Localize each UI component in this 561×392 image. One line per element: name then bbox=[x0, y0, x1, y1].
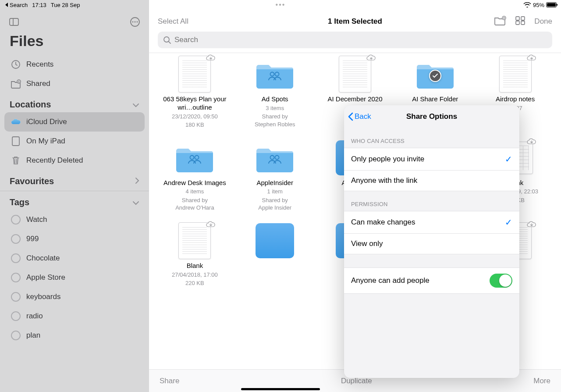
file-meta: Shared byAndrew O'Hara bbox=[175, 196, 214, 212]
search-bar[interactable] bbox=[158, 32, 552, 48]
file-name: Andrew Desk Images bbox=[163, 179, 226, 187]
sidebar-item-label: Recently Deleted bbox=[26, 156, 83, 165]
sidebar-header-favourites[interactable]: Favourites bbox=[0, 170, 149, 189]
status-date: Tue 28 Sep bbox=[51, 2, 80, 8]
sidebar-item-label: 999 bbox=[26, 235, 39, 243]
back-button[interactable]: Back bbox=[348, 112, 371, 121]
sidebar-item-label: radio bbox=[26, 312, 43, 321]
sidebar-item-label: plan bbox=[26, 331, 40, 340]
sidebar-item-icloud-drive[interactable]: iCloud Drive bbox=[4, 112, 145, 132]
sidebar-item-shared[interactable]: Shared bbox=[4, 74, 145, 93]
sidebar-toggle-icon[interactable] bbox=[9, 17, 19, 27]
file-item[interactable]: Andrew Desk Images4 itemsShared byAndrew… bbox=[157, 138, 233, 212]
sidebar-item-label: Watch bbox=[26, 215, 47, 224]
share-button[interactable]: Share bbox=[160, 377, 179, 385]
option-view-only[interactable]: View only bbox=[344, 233, 519, 254]
sidebar-item-recently-deleted[interactable]: Recently Deleted bbox=[4, 151, 145, 170]
svg-point-18 bbox=[275, 72, 279, 76]
done-button[interactable]: Done bbox=[534, 17, 552, 26]
shared-folder-icon bbox=[11, 78, 21, 89]
icloud-icon bbox=[11, 117, 21, 127]
file-name: AI Share Folder bbox=[412, 95, 458, 103]
svg-line-16 bbox=[169, 42, 170, 43]
tag-circle-icon bbox=[11, 330, 21, 341]
file-meta: 4 items bbox=[185, 188, 204, 196]
file-name: Airdrop notes bbox=[496, 95, 535, 103]
file-item[interactable]: AppleInsider1 itemShared byApple Insider bbox=[237, 138, 313, 212]
file-name: Ad Spots bbox=[262, 95, 288, 103]
more-button[interactable]: More bbox=[533, 377, 550, 385]
status-right: 95% bbox=[523, 2, 557, 8]
file-name: AppleInsider bbox=[257, 179, 293, 187]
popover-section-who: WHO CAN ACCESS bbox=[344, 128, 519, 148]
multitask-dots[interactable]: ••• bbox=[276, 1, 286, 9]
sidebar-item-label: iCloud Drive bbox=[26, 118, 67, 126]
option-can-change[interactable]: Can make changes ✓ bbox=[344, 211, 519, 233]
ipad-icon bbox=[11, 136, 21, 146]
chevron-down-icon bbox=[132, 100, 139, 110]
back-to-app[interactable]: Search bbox=[4, 2, 28, 8]
file-meta: 220 KB bbox=[185, 279, 204, 287]
svg-point-22 bbox=[275, 156, 279, 160]
sidebar-tag-item[interactable]: 999 bbox=[4, 229, 145, 249]
option-anyone-link[interactable]: Anyone with the link bbox=[344, 170, 519, 191]
file-meta: 1 item bbox=[267, 188, 282, 196]
battery-icon bbox=[546, 2, 557, 7]
search-input[interactable] bbox=[174, 36, 547, 44]
tag-circle-icon bbox=[11, 214, 21, 225]
battery-percent: 95% bbox=[533, 2, 544, 8]
file-meta: 180 KB bbox=[185, 121, 204, 129]
sidebar-item-on-my-ipad[interactable]: On My iPad bbox=[4, 132, 145, 151]
file-item[interactable]: Ad Spots3 itemsShared byStephen Robles bbox=[237, 54, 313, 129]
sidebar-item-label: Chocolate bbox=[26, 254, 60, 263]
popover-header: Back Share Options bbox=[344, 105, 519, 128]
checkmark-icon: ✓ bbox=[505, 154, 512, 164]
sidebar-item-recents[interactable]: Recents bbox=[4, 55, 145, 74]
file-item[interactable]: 063 58keys Plan your wri…outline23/12/20… bbox=[157, 54, 233, 129]
file-meta: Shared byApple Insider bbox=[258, 196, 291, 212]
sidebar-tag-item[interactable]: radio bbox=[4, 306, 145, 326]
home-indicator[interactable] bbox=[241, 388, 320, 390]
file-item[interactable]: Blank27/04/2018, 17:00220 KB bbox=[157, 221, 233, 287]
popover-section-permission: PERMISSION bbox=[344, 191, 519, 211]
checkmark-icon: ✓ bbox=[505, 217, 512, 228]
sidebar-tag-item[interactable]: Apple Store bbox=[4, 268, 145, 287]
sidebar-header-locations[interactable]: Locations bbox=[0, 93, 149, 112]
svg-rect-11 bbox=[516, 17, 519, 20]
search-icon bbox=[163, 36, 171, 44]
share-options-popover: Back Share Options WHO CAN ACCESS Only p… bbox=[344, 105, 519, 378]
sidebar-tag-item[interactable]: keyboards bbox=[4, 287, 145, 306]
tag-circle-icon bbox=[11, 292, 21, 302]
file-item[interactable] bbox=[237, 221, 313, 287]
svg-rect-14 bbox=[521, 21, 525, 25]
sidebar-header-tags[interactable]: Tags bbox=[0, 191, 149, 210]
select-all-button[interactable]: Select All bbox=[158, 17, 188, 26]
svg-point-17 bbox=[270, 72, 274, 76]
option-anyone-add[interactable]: Anyone can add people bbox=[344, 268, 519, 293]
sidebar-more-icon[interactable] bbox=[130, 17, 140, 27]
svg-point-8 bbox=[18, 81, 19, 82]
sidebar-tag-item[interactable]: Chocolate bbox=[4, 249, 145, 268]
sidebar-tag-item[interactable]: plan bbox=[4, 326, 145, 345]
tag-circle-icon bbox=[11, 311, 21, 321]
toolbar: Select All 1 Item Selected Done bbox=[149, 11, 561, 32]
tag-circle-icon bbox=[11, 234, 21, 244]
sidebar-item-label: Apple Store bbox=[26, 273, 65, 282]
view-grid-button[interactable] bbox=[515, 16, 525, 27]
sidebar-tag-item[interactable]: Watch bbox=[4, 210, 145, 229]
sidebar-item-label: Shared bbox=[26, 79, 50, 88]
file-meta: 23/12/2020, 09:50 bbox=[172, 113, 218, 121]
file-name: 063 58keys Plan your wri…outline bbox=[157, 95, 232, 112]
svg-rect-13 bbox=[516, 21, 519, 25]
clock-icon bbox=[11, 59, 21, 70]
sidebar-title: Files bbox=[0, 31, 149, 55]
new-folder-button[interactable] bbox=[494, 16, 506, 27]
option-only-invite[interactable]: Only people you invite ✓ bbox=[344, 148, 519, 170]
toggle-switch[interactable] bbox=[490, 274, 512, 288]
file-name: AI December 2020 bbox=[327, 95, 382, 103]
svg-point-3 bbox=[132, 21, 134, 23]
wifi-icon bbox=[523, 2, 531, 7]
sidebar-item-label: keyboards bbox=[26, 292, 60, 301]
svg-rect-0 bbox=[10, 18, 18, 25]
chevron-down-icon bbox=[132, 197, 139, 207]
